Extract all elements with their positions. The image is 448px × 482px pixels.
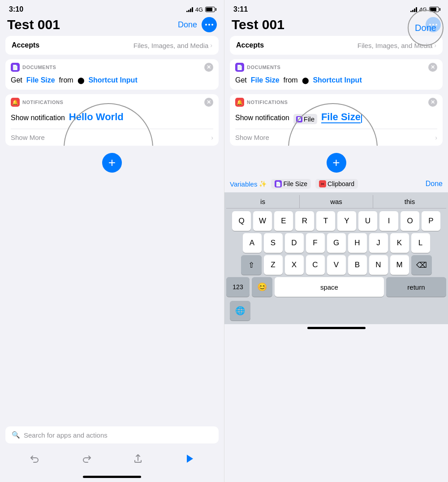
right-notif-inline-var[interactable]: 📄 File (293, 114, 317, 124)
right-documents-close[interactable]: ✕ (428, 63, 437, 72)
left-battery-icon (205, 7, 215, 12)
right-notifications-close[interactable]: ✕ (428, 98, 437, 107)
right-show-more[interactable]: Show More (235, 134, 269, 141)
right-documents-icon: 📄 (235, 63, 244, 72)
left-battery-fill (206, 8, 212, 11)
key-s[interactable]: S (264, 233, 283, 253)
right-suggestion-this[interactable]: this (373, 195, 446, 208)
left-redo-button[interactable] (79, 452, 94, 466)
key-h[interactable]: H (348, 233, 367, 253)
left-play-button[interactable] (182, 452, 197, 466)
key-m[interactable]: M (390, 255, 409, 275)
left-share-button[interactable] (131, 452, 145, 466)
key-b[interactable]: B (348, 255, 367, 275)
right-suggestion-is[interactable]: is (226, 195, 300, 208)
left-add-icon: + (108, 156, 116, 169)
right-doc-filesize[interactable]: File Size (251, 76, 280, 84)
left-notifications-icon: 🔔 (11, 98, 20, 107)
left-documents-content[interactable]: Get File Size from ⬤ Shortcut Input (5, 74, 219, 90)
left-more-dots (205, 24, 213, 26)
right-suggestion-was[interactable]: was (300, 195, 373, 208)
key-w[interactable]: W (253, 211, 272, 231)
key-numbers[interactable]: 123 (226, 277, 250, 297)
key-y[interactable]: Y (337, 211, 356, 231)
key-j[interactable]: J (369, 233, 388, 253)
key-d[interactable]: D (285, 233, 304, 253)
right-vars-done-button[interactable]: Done (426, 180, 443, 188)
right-notif-var-icon: 📄 (296, 116, 302, 122)
key-l[interactable]: L (411, 233, 430, 253)
right-cursor (361, 114, 362, 123)
key-t[interactable]: T (316, 211, 335, 231)
key-shift[interactable]: ⇧ (241, 255, 262, 275)
left-phone-panel: 3:10 4G Test 001 Done (0, 0, 224, 482)
left-done-button[interactable]: Done (178, 20, 197, 30)
left-notifications-content[interactable]: Show notification Hello World (5, 109, 219, 129)
right-doc-shortcut-input[interactable]: Shortcut Input (313, 76, 362, 84)
key-f[interactable]: F (306, 233, 325, 253)
key-v[interactable]: V (327, 255, 346, 275)
right-phone-panel: 3:11 4G Done Test 001 (224, 0, 448, 482)
right-notifications-content[interactable]: Show notification 📄 File File Size (230, 109, 443, 129)
key-return[interactable]: return (386, 277, 446, 297)
key-backspace[interactable]: ⌫ (411, 255, 432, 275)
left-share-icon (133, 453, 143, 464)
right-variables-item[interactable]: Variables ✨ (230, 180, 267, 188)
left-more-button[interactable] (202, 17, 217, 32)
key-r[interactable]: R (295, 211, 314, 231)
key-o[interactable]: O (401, 211, 419, 231)
key-a[interactable]: A (243, 233, 262, 253)
left-search-text: Search for apps and actions (24, 431, 108, 439)
left-notif-icon-symbol: 🔔 (12, 100, 18, 105)
right-magic-icon: ✨ (259, 180, 267, 187)
left-search-bar[interactable]: 🔍 Search for apps and actions (5, 426, 219, 443)
left-home-indicator (0, 473, 224, 482)
key-e[interactable]: E (274, 211, 293, 231)
left-add-button[interactable]: + (102, 153, 122, 173)
right-key-row-1: Q W E R T Y U I O P (226, 211, 446, 231)
left-undo-button[interactable] (28, 452, 42, 466)
right-doc-get: Get (235, 76, 247, 84)
key-c[interactable]: C (306, 255, 325, 275)
left-documents-card: 📄 DOCUMENTS ✕ Get File Size from ⬤ Short… (5, 59, 219, 90)
right-key-row-4: 123 😊 space return (226, 277, 446, 297)
key-k[interactable]: K (390, 233, 409, 253)
key-u[interactable]: U (358, 211, 377, 231)
key-z[interactable]: Z (264, 255, 283, 275)
left-doc-dot: ⬤ (78, 77, 85, 84)
key-globe[interactable]: 🌐 (230, 301, 250, 321)
key-q[interactable]: Q (232, 211, 251, 231)
left-redo-icon (81, 453, 92, 464)
key-i[interactable]: I (379, 211, 398, 231)
left-notif-hello-world[interactable]: Hello World (69, 111, 124, 122)
left-doc-filesize[interactable]: File Size (26, 76, 55, 84)
key-n[interactable]: N (369, 255, 388, 275)
right-done-circle-label[interactable]: Done (415, 23, 436, 33)
left-notifications-card-header: 🔔 NOTIFICATIONS ✕ (5, 94, 219, 109)
key-emoji[interactable]: 😊 (252, 277, 272, 297)
right-clipboard-chip[interactable]: ✂ Clipboard (315, 179, 358, 189)
svg-marker-0 (187, 455, 193, 463)
signal-bar-1 (186, 11, 188, 12)
left-documents-close[interactable]: ✕ (204, 63, 213, 72)
left-show-more[interactable]: Show More (11, 134, 45, 141)
key-p[interactable]: P (422, 211, 440, 231)
right-notifications-category: NOTIFICATIONS (247, 100, 426, 105)
left-status-time: 3:10 (9, 5, 23, 13)
right-filesize-chip[interactable]: 📄 File Size (271, 179, 311, 189)
left-doc-shortcut-input[interactable]: Shortcut Input (88, 76, 137, 84)
left-notifications-close[interactable]: ✕ (204, 98, 213, 107)
right-documents-content[interactable]: Get File Size from ⬤ Shortcut Input (230, 74, 443, 90)
left-status-icons: 4G (186, 6, 215, 13)
right-done-circle-container: Done (408, 10, 444, 46)
right-doc-dot: ⬤ (302, 77, 309, 84)
right-add-btn-container: + (224, 153, 448, 173)
left-accepts-row[interactable]: Accepts Files, Images, and Media › (5, 36, 219, 55)
key-x[interactable]: X (285, 255, 304, 275)
right-notif-file-size-var[interactable]: File Size (321, 111, 361, 123)
key-g[interactable]: G (327, 233, 346, 253)
key-space[interactable]: space (275, 277, 384, 297)
right-add-button[interactable]: + (327, 153, 346, 173)
right-notif-icon-symbol: 🔔 (237, 100, 243, 105)
right-notifications-card-header: 🔔 NOTIFICATIONS ✕ (230, 94, 443, 109)
